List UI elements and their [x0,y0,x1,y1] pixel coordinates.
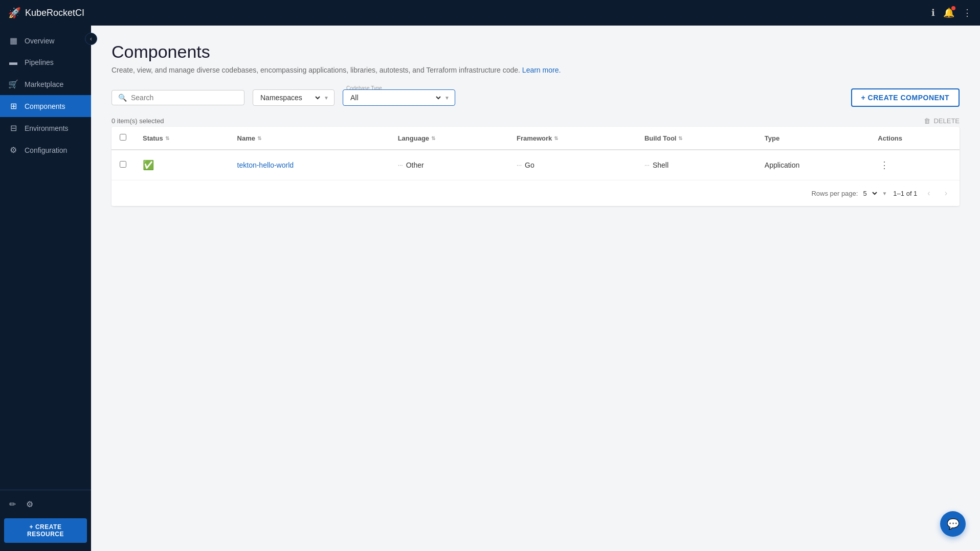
select-all-checkbox[interactable] [120,134,126,141]
search-input[interactable] [131,94,238,102]
type-value: Application [765,161,800,169]
row-status: ✅ [135,150,229,180]
table-header-row: Status ⇅ Name ⇅ Language [112,127,960,150]
sidebar-bottom: ✏ ⚙ [0,490,91,518]
sidebar-nav: ▦ Overview ▬ Pipelines 🛒 Marketplace ⊞ C… [0,26,91,490]
header-framework[interactable]: Framework ⇅ [508,127,636,150]
logo-icon: 🚀 [8,7,21,19]
framework-value: Go [525,161,534,169]
configuration-icon: ⚙ [8,145,18,155]
rows-per-page: Rows per page: 5 10 25 ▼ [811,189,887,198]
rows-per-page-label: Rows per page: [811,190,858,197]
codebase-type-select-box[interactable]: All Application Library Autotest Infrast… [343,89,455,106]
sidebar-item-label-overview: Overview [25,37,54,45]
marketplace-icon: 🛒 [8,79,18,89]
status-ok-icon: ✅ [143,160,154,170]
header-checkbox-col [112,127,135,150]
overview-icon: ▦ [8,36,18,45]
sidebar-item-label-pipelines: Pipelines [25,58,54,66]
name-sort-icon: ⇅ [257,135,261,141]
sidebar: ‹ ▦ Overview ▬ Pipelines 🛒 Marketplace ⊞… [0,26,91,551]
rows-per-page-select[interactable]: 5 10 25 [861,189,879,198]
environments-icon: ⊟ [8,123,18,133]
sidebar-item-label-environments: Environments [25,124,69,132]
row-name: tekton-hello-world [229,150,390,180]
toolbar: 🔍 Namespaces ▼ Codebase Type All Applica… [112,88,960,107]
codebase-type-wrapper: Codebase Type All Application Library Au… [343,89,455,106]
pipelines-icon: ▬ [8,58,18,67]
app-logo: 🚀 KubeRocketCI [8,7,84,19]
chat-fab-button[interactable]: 💬 [940,511,966,537]
delete-label: DELETE [933,117,960,125]
page-info: 1–1 of 1 [893,190,917,197]
notification-icon-btn[interactable]: 🔔 [943,7,954,18]
row-checkbox[interactable] [120,161,126,168]
row-actions-button[interactable]: ⋮ [878,157,891,173]
language-sort-icon: ⇅ [431,135,435,141]
row-framework: ··· Go [508,150,636,180]
sidebar-item-overview[interactable]: ▦ Overview [0,30,91,52]
header-language[interactable]: Language ⇅ [390,127,508,150]
row-language: ··· Other [390,150,508,180]
codebase-type-select[interactable]: All Application Library Autotest Infrast… [348,93,442,102]
header-status[interactable]: Status ⇅ [135,127,229,150]
topnav: 🚀 KubeRocketCI ℹ 🔔 ⋮ [0,0,980,26]
namespaces-select-box[interactable]: Namespaces ▼ [253,89,335,106]
search-box: 🔍 [112,90,244,105]
language-icon: ··· [398,162,403,169]
learn-more-link[interactable]: Learn more. [522,66,561,74]
table-row: ✅ tekton-hello-world ··· Other ··· Go ··… [112,150,960,180]
prev-page-button[interactable]: ‹ [923,187,934,200]
build-tool-value: Shell [653,161,669,169]
delete-button[interactable]: 🗑 DELETE [924,117,960,125]
table-meta: 0 item(s) selected 🗑 DELETE [112,111,960,127]
main-content: Components Create, view, and manage dive… [91,26,980,551]
search-icon: 🔍 [118,94,127,102]
edit-icon[interactable]: ✏ [6,496,19,512]
create-resource-button[interactable]: + CREATE RESOURCE [4,518,87,543]
header-type: Type [756,127,870,150]
namespaces-select[interactable]: Namespaces [258,93,322,102]
info-icon-btn[interactable]: ℹ [931,7,935,18]
sidebar-item-components[interactable]: ⊞ Components [0,95,91,117]
layout: ‹ ▦ Overview ▬ Pipelines 🛒 Marketplace ⊞… [0,26,980,551]
status-sort-icon: ⇅ [165,135,169,141]
pagination: Rows per page: 5 10 25 ▼ 1–1 of 1 ‹ › [112,180,960,206]
framework-icon: ··· [517,162,522,169]
info-icon: ℹ [931,8,935,18]
more-menu-icon-btn[interactable]: ⋮ [963,7,972,18]
row-build-tool: ··· Shell [636,150,756,180]
framework-sort-icon: ⇅ [554,135,558,141]
build-tool-sort-icon: ⇅ [678,135,682,141]
create-component-button[interactable]: + CREATE COMPONENT [851,88,960,107]
components-table: Status ⇅ Name ⇅ Language [112,127,960,206]
sidebar-item-configuration[interactable]: ⚙ Configuration [0,139,91,161]
sidebar-item-environments[interactable]: ⊟ Environments [0,117,91,139]
row-checkbox-cell [112,150,135,180]
table: Status ⇅ Name ⇅ Language [112,127,960,180]
next-page-button[interactable]: › [941,187,951,200]
codebase-type-dropdown-icon: ▼ [444,95,450,101]
row-type: Application [756,150,870,180]
component-name-link[interactable]: tekton-hello-world [237,161,294,169]
sidebar-item-label-configuration: Configuration [25,146,67,154]
topnav-icons: ℹ 🔔 ⋮ [931,7,972,18]
sidebar-collapse-btn[interactable]: ‹ [85,33,97,45]
header-build-tool[interactable]: Build Tool ⇅ [636,127,756,150]
trash-icon: 🗑 [924,117,930,125]
sidebar-item-label-components: Components [25,102,65,110]
page-title: Components [112,42,960,62]
build-tool-icon: ··· [644,162,650,169]
header-name[interactable]: Name ⇅ [229,127,390,150]
sidebar-item-marketplace[interactable]: 🛒 Marketplace [0,73,91,95]
language-value: Other [406,161,424,169]
components-icon: ⊞ [8,101,18,111]
namespaces-dropdown-icon: ▼ [324,95,329,101]
settings-icon[interactable]: ⚙ [23,496,36,512]
row-actions: ⋮ [870,150,960,180]
sidebar-item-label-marketplace: Marketplace [25,80,63,88]
chat-icon: 💬 [947,518,960,530]
more-menu-icon: ⋮ [963,8,972,18]
sidebar-item-pipelines[interactable]: ▬ Pipelines [0,52,91,73]
header-actions: Actions [870,127,960,150]
